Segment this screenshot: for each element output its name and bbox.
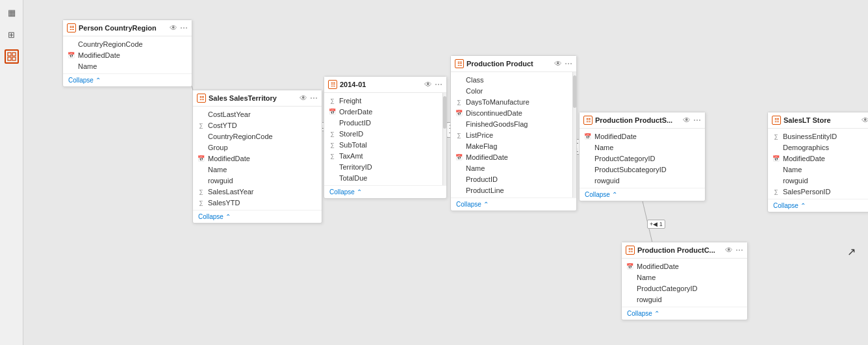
field-icon <box>772 176 780 185</box>
field-icon <box>455 164 463 172</box>
table-production-productc: ☷ Production ProductC... 👁 ⋯ 📅 ModifiedD… <box>621 242 748 320</box>
eye-icon-prod-productc[interactable]: 👁 <box>725 246 733 255</box>
field-icon <box>455 75 463 84</box>
collapse-btn-prod-products[interactable]: Collapse ⌃ <box>585 191 700 198</box>
scrollbar-prod-product[interactable] <box>572 72 576 198</box>
card-footer-prod-product: Collapse ⌃ <box>451 198 576 211</box>
sigma-icon: ∑ <box>772 132 780 140</box>
collapse-label: Collapse <box>585 191 610 198</box>
field-row: Name <box>451 162 576 173</box>
card-footer-2014: Collapse ⌃ <box>324 185 446 198</box>
field-name: StoreID <box>339 130 363 138</box>
eye-icon-prod-products[interactable]: 👁 <box>683 116 691 125</box>
table-production-product: ☷ Production Product 👁 ⋯ Class Color ∑ D… <box>450 55 577 211</box>
eye-icon-prod-product[interactable]: 👁 <box>554 59 562 68</box>
card-actions-prod-product[interactable]: 👁 ⋯ <box>554 59 572 68</box>
card-title-prod-product: Production Product <box>466 60 552 68</box>
table-icon-saleslt-store: ☷ <box>772 116 781 125</box>
more-icon-prod-products[interactable]: ⋯ <box>693 116 701 125</box>
sidebar-icon-0[interactable]: ▦ <box>5 5 19 19</box>
field-row: ProductSubcategoryID <box>580 164 705 175</box>
field-name: ModifiedDate <box>466 153 508 161</box>
field-name: CountryRegionCode <box>78 40 143 48</box>
field-icon <box>67 62 75 70</box>
collapse-btn-person[interactable]: Collapse ⌃ <box>68 77 186 84</box>
field-name: Freight <box>339 97 361 105</box>
sigma-icon: ∑ <box>455 131 463 139</box>
field-row: 📅 ModifiedDate <box>768 153 868 164</box>
collapse-btn-saleslt-store[interactable]: Collapse ⌃ <box>773 202 868 209</box>
more-icon-2014[interactable]: ⋯ <box>435 80 442 89</box>
sigma-icon: ∑ <box>328 151 337 160</box>
field-name: TaxAmt <box>339 152 363 160</box>
chevron-up-icon: ⌃ <box>225 213 231 220</box>
card-actions-sales[interactable]: 👁 ⋯ <box>300 94 318 103</box>
field-row: rowguid <box>193 175 322 186</box>
card-body-prod-products: 📅 ModifiedDate Name ProductCategoryID Pr… <box>580 129 705 188</box>
more-icon-person[interactable]: ⋯ <box>180 23 188 32</box>
field-name: TotalDue <box>339 174 367 182</box>
sidebar-icon-1[interactable]: ⊞ <box>5 27 19 42</box>
field-row: MakeFlag <box>451 140 576 151</box>
field-name: MakeFlag <box>466 142 497 150</box>
card-body-saleslt-store: ∑ BusinessEntityID Demographics 📅 Modifi… <box>768 129 868 199</box>
card-body-prod-product: Class Color ∑ DaysToManufacture 📅 Discon… <box>451 72 576 198</box>
collapse-btn-prod-product[interactable]: Collapse ⌃ <box>456 201 571 208</box>
field-icon <box>197 165 205 173</box>
field-row: 📅 ModifiedDate <box>622 261 747 272</box>
sigma-icon: ∑ <box>328 129 337 138</box>
field-row: 📅 DiscontinuedDate <box>451 107 576 118</box>
field-icon <box>197 176 205 185</box>
field-row: Group <box>193 142 322 153</box>
more-icon-prod-product[interactable]: ⋯ <box>565 59 572 68</box>
scrollbar-thumb-prod-product[interactable] <box>573 75 576 108</box>
collapse-btn-2014[interactable]: Collapse ⌃ <box>329 188 441 196</box>
field-row: ∑ SalesLastYear <box>193 186 322 197</box>
card-header-prod-product: ☷ Production Product 👁 ⋯ <box>451 56 576 72</box>
sigma-icon: ∑ <box>197 121 205 129</box>
card-actions-2014[interactable]: 👁 ⋯ <box>424 80 442 89</box>
field-name: SalesYTD <box>208 199 240 207</box>
sigma-icon: ∑ <box>328 140 337 149</box>
card-title-prod-products: Production ProductS... <box>595 116 680 124</box>
card-actions-person[interactable]: 👁 ⋯ <box>170 23 188 32</box>
card-header-prod-products: ☷ Production ProductS... 👁 ⋯ <box>580 112 705 129</box>
more-icon-sales[interactable]: ⋯ <box>310 94 318 103</box>
eye-icon-2014[interactable]: 👁 <box>424 80 432 89</box>
calendar-icon: 📅 <box>455 153 463 161</box>
field-name: ModifiedDate <box>637 262 679 270</box>
field-name: Name <box>208 166 227 173</box>
field-name: rowguid <box>208 177 233 185</box>
field-name: rowguid <box>637 296 662 303</box>
table-2014-01: ☷ 2014-01 👁 ⋯ ∑ Freight 📅 OrderDate Prod… <box>324 76 447 199</box>
card-body-prod-productc: 📅 ModifiedDate Name ProductCategoryID ro… <box>622 259 747 307</box>
more-icon-prod-productc[interactable]: ⋯ <box>735 246 743 255</box>
collapse-btn-sales[interactable]: Collapse ⌃ <box>198 213 316 220</box>
scrollbar-2014[interactable] <box>442 93 446 185</box>
field-name: CostYTD <box>208 121 237 129</box>
card-title-sales: Sales SalesTerritory <box>209 94 297 102</box>
field-row: Name <box>768 164 868 175</box>
card-actions-prod-productc[interactable]: 👁 ⋯ <box>725 246 743 255</box>
sidebar-icon-2[interactable] <box>5 49 19 64</box>
card-actions-prod-products[interactable]: 👁 ⋯ <box>683 116 701 125</box>
field-name: DiscontinuedDate <box>466 109 522 117</box>
eye-icon-saleslt-store[interactable]: 👁 <box>862 116 868 125</box>
card-title-2014: 2014-01 <box>340 81 422 88</box>
field-name: Demographics <box>783 144 829 151</box>
eye-icon-person[interactable]: 👁 <box>170 23 177 32</box>
scrollbar-thumb-2014[interactable] <box>443 96 446 129</box>
field-row: TotalDue <box>324 172 446 183</box>
field-name: CountryRegionCode <box>208 133 273 140</box>
field-name: rowguid <box>594 177 620 185</box>
eye-icon-sales[interactable]: 👁 <box>300 94 307 103</box>
field-row: ∑ Freight <box>324 95 446 106</box>
calendar-icon: 📅 <box>455 109 463 117</box>
chevron-up-icon: ⌃ <box>612 191 617 198</box>
field-icon <box>197 132 205 140</box>
svg-rect-3 <box>12 57 16 60</box>
table-sales-salesterritory: ☷ Sales SalesTerritory 👁 ⋯ CostLastYear … <box>192 90 322 224</box>
field-icon <box>455 86 463 95</box>
collapse-btn-prod-productc[interactable]: Collapse ⌃ <box>627 310 742 317</box>
card-actions-saleslt-store[interactable]: 👁 ⋯ <box>862 116 868 125</box>
